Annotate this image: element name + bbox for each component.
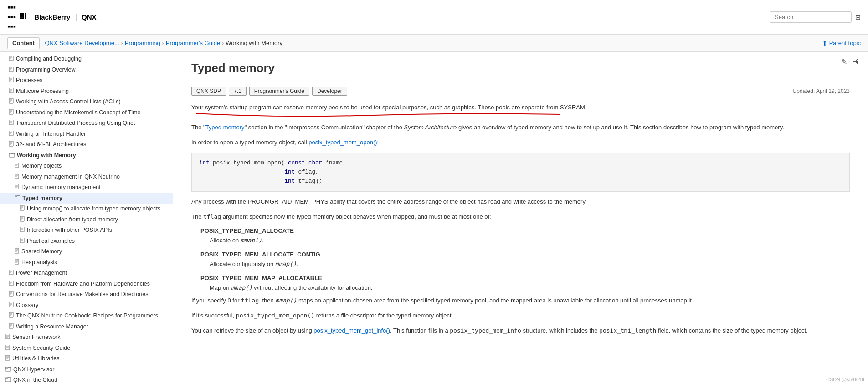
sidebar-item-label-prog-overview: Programming Overview: [16, 66, 76, 74]
svg-rect-41: [9, 141, 13, 146]
tab-content[interactable]: Content: [7, 37, 40, 49]
svg-rect-58: [15, 196, 20, 200]
sidebar-item-compiling[interactable]: Compiling and Debugging: [0, 54, 173, 65]
sidebar-item-using-mmap[interactable]: Using mmap() to allocate from typed memo…: [0, 204, 173, 215]
sidebar-item-memory-mgmt[interactable]: Memory management in QNX Neutrino: [0, 172, 173, 183]
print-icon[interactable]: 🖨: [852, 57, 859, 66]
breadcrumb-link-1[interactable]: QNX Software Developme...: [45, 40, 119, 46]
sidebar-item-icon-practical: [20, 238, 25, 245]
svg-rect-115: [5, 355, 10, 360]
sidebar-item-interaction[interactable]: Interaction with other POSIX APIs: [0, 225, 173, 236]
sidebar-item-label-freedom: Freedom from Hardware and Platform Depen…: [16, 280, 150, 288]
sidebar-item-cloud[interactable]: QNX in the Cloud: [0, 375, 173, 384]
svg-rect-103: [9, 323, 13, 328]
svg-rect-4: [22, 15, 24, 17]
svg-rect-7: [22, 17, 24, 19]
breadcrumb-left: Content QNX Software Developme... › Prog…: [7, 37, 282, 49]
sidebar-item-prog-overview[interactable]: Programming Overview: [0, 65, 173, 76]
sidebar-item-glossary[interactable]: Glossary: [0, 300, 173, 311]
svg-rect-45: [9, 153, 15, 157]
breadcrumb-link-2[interactable]: Programming: [125, 40, 160, 46]
posix-tmi-length: posix_tmi_length: [599, 327, 656, 334]
tags-left: QNX SDP 7.1 Programmer's Guide Developer: [191, 87, 347, 96]
sidebar-item-multicore[interactable]: Multicore Processing: [0, 86, 173, 97]
breadcrumb-arrow-2: ›: [162, 40, 164, 46]
code-int-1: int: [199, 160, 210, 166]
sidebar-item-typed-memory[interactable]: Typed memory: [0, 193, 173, 204]
breadcrumb-link-3[interactable]: Programmer's Guide: [166, 40, 221, 46]
parent-topic-label: Parent topic: [829, 40, 861, 46]
svg-rect-54: [15, 184, 19, 189]
posix-open-code: posix_typed_mem_open(): [236, 312, 314, 319]
posix-get-info-link[interactable]: posix_typed_mem_get_info(): [313, 327, 390, 334]
parent-topic-link[interactable]: ⬆ Parent topic: [822, 40, 861, 47]
sidebar-item-hypervisor[interactable]: QNX Hypervisor: [0, 364, 173, 375]
sidebar-item-processes[interactable]: Processes: [0, 75, 173, 86]
top-header: ▪▪▪▪▪▪▪▪▪ BlackBerry | QNX ⊞: [0, 0, 868, 35]
tag-developer[interactable]: Developer: [312, 87, 347, 96]
sidebar-item-icon-microkernel: [9, 109, 14, 117]
sidebar-item-icon-resource-mgr: [9, 323, 14, 331]
sidebar-item-practical[interactable]: Practical examples: [0, 236, 173, 247]
sidebar-item-label-glossary: Glossary: [16, 302, 38, 310]
sidebar-item-freedom[interactable]: Freedom from Hardware and Platform Depen…: [0, 279, 173, 290]
sidebar-item-direct-alloc[interactable]: Direct allocation from typed memory: [0, 215, 173, 225]
para-2: The "Typed memory" section in the "Inter…: [191, 123, 850, 133]
sidebar-item-microkernel[interactable]: Understanding the Microkernel's Concept …: [0, 108, 173, 118]
svg-rect-0: [20, 13, 22, 15]
sidebar-item-shared-mem[interactable]: Shared Memory: [0, 246, 173, 257]
breadcrumb-current: Working with Memory: [226, 40, 282, 46]
svg-rect-120: [5, 378, 11, 382]
code-block: int posix_typed_mem_open( const char *na…: [191, 153, 850, 192]
sidebar-item-icon-memory-objects: [15, 163, 19, 170]
sidebar-item-icon-direct-alloc: [20, 216, 25, 224]
sidebar-item-access-control[interactable]: Working with Access Control Lists (ACLs): [0, 97, 173, 108]
sidebar-item-icon-sensor: [5, 334, 10, 341]
sidebar-item-icon-arch64: [9, 141, 14, 148]
typed-memory-link[interactable]: Typed memory: [205, 124, 245, 131]
sidebar-item-icon-distributed: [9, 120, 14, 127]
sidebar-item-dynamic-mem[interactable]: Dynamic memory management: [0, 182, 173, 193]
updated-text: Updated: April 19, 2023: [793, 88, 850, 94]
posix-open-link[interactable]: posix_typed_mem_open():: [308, 139, 379, 146]
sidebar-item-working-memory[interactable]: Working with Memory: [0, 150, 173, 161]
sidebar-items-container: Compiling and DebuggingProgramming Overv…: [0, 54, 173, 384]
mmap-code-3: mmap(): [231, 284, 252, 291]
sidebar-item-utilities[interactable]: Utilities & Libraries: [0, 353, 173, 364]
sidebar-item-icon-security: [5, 345, 10, 352]
sidebar-item-conventions[interactable]: Conventions for Recursive Makefiles and …: [0, 289, 173, 300]
code-const: const: [288, 160, 305, 166]
sidebar-item-distributed[interactable]: Transparent Distributed Processing Using…: [0, 118, 173, 129]
sidebar-item-label-multicore: Multicore Processing: [16, 87, 69, 96]
tag-programmers-guide[interactable]: Programmer's Guide: [249, 87, 309, 96]
sidebar-item-cookbook[interactable]: The QNX Neutrino Cookbook: Recipes for P…: [0, 311, 173, 322]
def-desc-1: Allocate on mmap().: [191, 236, 850, 246]
content-area: ✎ 🖨 Typed memory QNX SDP 7.1 Programmer'…: [173, 52, 868, 384]
svg-rect-6: [20, 17, 22, 19]
sidebar-item-sensor[interactable]: Sensor Framework: [0, 332, 173, 343]
sidebar-item-resource-mgr[interactable]: Writing a Resource Manager: [0, 322, 173, 333]
content-top-icons: ✎ 🖨: [841, 57, 859, 66]
tag-7-1[interactable]: 7.1: [229, 87, 247, 96]
para-6: If you specify 0 for tflag, then mmap() …: [191, 296, 850, 306]
sidebar-item-memory-objects[interactable]: Memory objects: [0, 161, 173, 172]
sidebar-item-label-compiling: Compiling and Debugging: [16, 55, 82, 63]
def-term-3: POSIX_TYPED_MEM_MAP_ALLOCATABLE: [191, 275, 850, 282]
tag-qnx-sdp[interactable]: QNX SDP: [191, 87, 226, 96]
edit-icon[interactable]: ✎: [841, 57, 847, 66]
sidebar-item-label-processes: Processes: [16, 77, 42, 85]
sidebar-item-icon-processes: [9, 77, 14, 84]
def-term-2: POSIX_TYPED_MEM_ALLOCATE_CONTIG: [191, 251, 850, 258]
svg-rect-119: [5, 367, 11, 371]
sidebar-item-heap[interactable]: Heap analysis: [0, 257, 173, 268]
sidebar-item-label-arch64: 32- and 64-Bit Architectures: [16, 141, 86, 149]
breadcrumb-arrow-3: ›: [222, 40, 224, 46]
search-input[interactable]: [770, 11, 852, 23]
sidebar-item-power[interactable]: Power Management: [0, 268, 173, 279]
grid-icon[interactable]: ⊞: [855, 14, 861, 21]
sidebar-item-arch64[interactable]: 32- and 64-Bit Architectures: [0, 139, 173, 150]
para-1: Your system's startup program can reserv…: [191, 103, 850, 113]
sidebar-item-interrupt[interactable]: Writing an Interrupt Handler: [0, 129, 173, 140]
def-desc-3: Map on mmap() without affecting the avai…: [191, 283, 850, 293]
sidebar-item-security[interactable]: System Security Guide: [0, 343, 173, 354]
